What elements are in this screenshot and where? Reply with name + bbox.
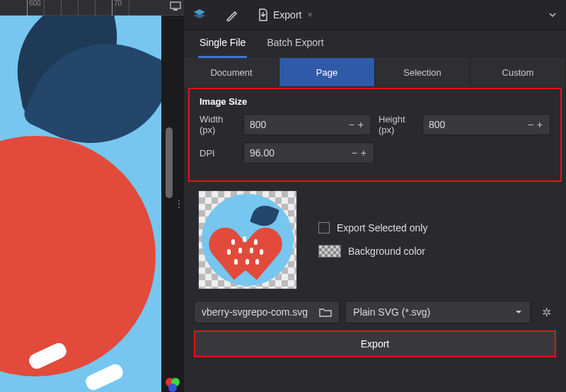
plus-icon[interactable]: + xyxy=(359,147,368,158)
format-dropdown[interactable]: Plain SVG (*.svg) xyxy=(345,301,531,323)
color-palette-icon[interactable] xyxy=(163,375,184,392)
mode-tabs: Single File Batch Export xyxy=(184,30,566,58)
width-input[interactable]: 800 −+ xyxy=(243,114,371,135)
svg-rect-1 xyxy=(173,9,178,11)
filename-value: vberry-svgrepo-com.svg xyxy=(202,306,319,318)
preview-row: Export Selected only Background color xyxy=(184,183,566,296)
export-selected-only-option[interactable]: Export Selected only xyxy=(318,222,427,234)
folder-open-icon[interactable] xyxy=(319,307,332,317)
tab-custom[interactable]: Custom xyxy=(470,58,566,86)
panel-tab-label: Export xyxy=(273,9,301,21)
minus-icon[interactable]: − xyxy=(350,147,359,158)
tab-batch-export[interactable]: Batch Export xyxy=(265,33,325,58)
canvas-area: 600 70 ⋮ xyxy=(0,0,184,392)
svg-point-4 xyxy=(168,384,177,392)
background-color-label: Background color xyxy=(348,246,425,257)
panel-header: Export × xyxy=(184,0,566,30)
display-units-icon[interactable] xyxy=(170,1,181,11)
ruler-tick-600: 600 xyxy=(29,0,41,7)
width-label: Width (px) xyxy=(200,114,236,135)
canvas-scrollbar-vertical[interactable] xyxy=(166,127,173,198)
plus-icon[interactable]: + xyxy=(357,119,365,130)
tab-page[interactable]: Page xyxy=(279,58,375,86)
dropdown-triangle-icon xyxy=(514,309,523,316)
tab-selection[interactable]: Selection xyxy=(375,58,470,86)
dpi-input[interactable]: 96.00 −+ xyxy=(243,142,374,163)
close-icon[interactable]: × xyxy=(307,9,313,20)
layers-icon[interactable] xyxy=(192,8,207,22)
minus-icon[interactable]: − xyxy=(526,119,535,130)
ruler-tick-700: 70 xyxy=(114,0,122,7)
dpi-label: DPI xyxy=(200,148,236,158)
tab-document[interactable]: Document xyxy=(184,58,279,86)
artwork-fruit xyxy=(0,136,156,376)
panel-resize-grip[interactable]: ⋮ xyxy=(174,198,183,209)
plus-icon[interactable]: + xyxy=(536,119,544,130)
scope-tabs: Document Page Selection Custom xyxy=(184,58,566,86)
file-row: vberry-svgrepo-com.svg Plain SVG (*.svg)… xyxy=(184,296,566,328)
panel-tab-export[interactable]: Export × xyxy=(258,8,313,21)
dpi-value: 96.00 xyxy=(250,147,350,158)
export-document-icon xyxy=(258,8,269,21)
export-selected-only-label: Export Selected only xyxy=(337,222,427,234)
background-color-option[interactable]: Background color xyxy=(318,245,427,258)
canvas-viewport[interactable] xyxy=(0,16,161,392)
height-label: Height (px) xyxy=(379,114,415,135)
background-color-swatch[interactable] xyxy=(318,245,341,258)
tab-single-file[interactable]: Single File xyxy=(198,33,247,58)
artwork-seed xyxy=(83,362,125,392)
format-label: Plain SVG (*.svg) xyxy=(353,306,430,318)
height-value: 800 xyxy=(429,119,526,130)
filename-input[interactable]: vberry-svgrepo-com.svg xyxy=(194,301,340,323)
height-input[interactable]: 800 −+ xyxy=(422,114,550,135)
checkbox-icon[interactable] xyxy=(318,222,330,234)
export-preview xyxy=(198,190,297,289)
width-value: 800 xyxy=(250,119,347,130)
image-size-title: Image Size xyxy=(200,96,550,107)
image-size-section: Image Size Width (px) 800 −+ Height (px)… xyxy=(188,88,562,182)
format-settings-gear-icon[interactable]: ✲ xyxy=(536,306,556,319)
export-button[interactable]: Export xyxy=(194,330,556,357)
ruler-horizontal[interactable]: 600 70 xyxy=(0,0,184,16)
export-options: Export Selected only Background color xyxy=(318,222,427,258)
export-button-label: Export xyxy=(361,338,389,350)
minus-icon[interactable]: − xyxy=(347,119,356,130)
svg-rect-0 xyxy=(171,2,180,8)
panel-menu-chevron-icon[interactable] xyxy=(548,10,558,20)
export-panel: Export × Single File Batch Export Docume… xyxy=(184,0,566,392)
pen-tool-icon[interactable] xyxy=(225,8,239,22)
